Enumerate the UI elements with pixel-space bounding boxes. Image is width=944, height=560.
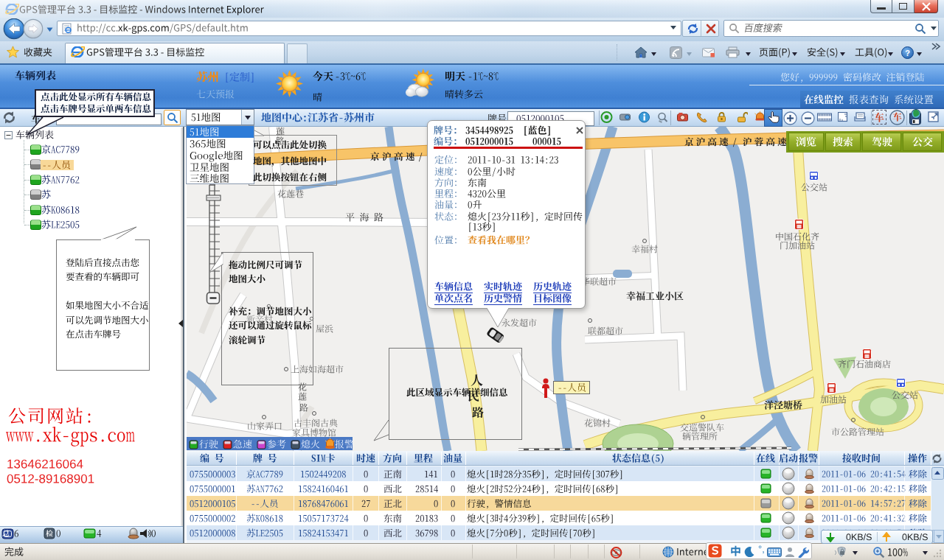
svg-text:?: ? <box>905 49 910 57</box>
